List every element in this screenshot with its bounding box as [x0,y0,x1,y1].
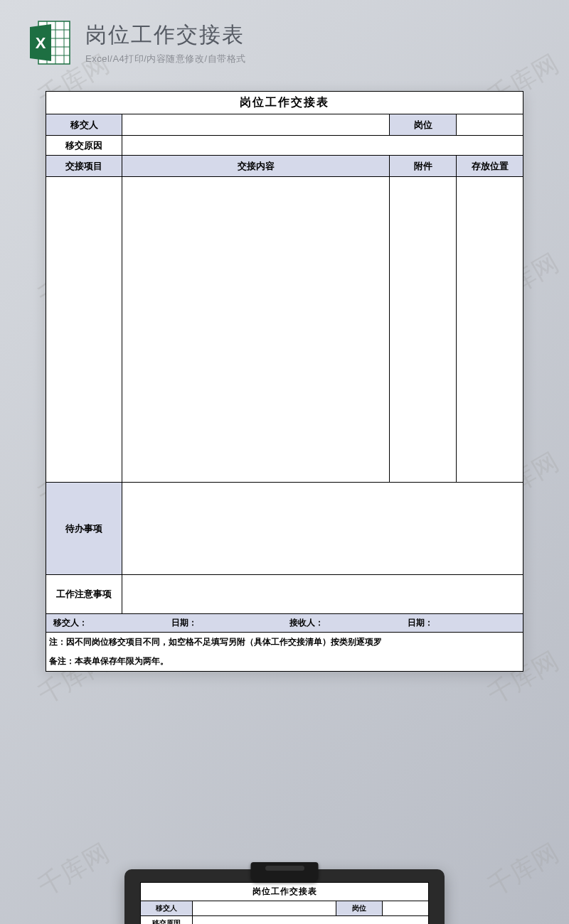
transferrer-label: 移交人 [46,114,122,136]
page-title: 岗位工作交接表 [85,21,246,50]
worknotes-value[interactable] [122,575,523,614]
sig-date2: 日期： [405,617,523,629]
document-preview: 岗位工作交接表 移交人 岗位 移交原因 交接项目 交接内容 附件 存放位置 待办… [46,91,523,672]
sig-transferrer: 移交人： [50,617,169,629]
transferrer-value[interactable] [122,114,390,136]
excel-icon: X [28,20,71,65]
mini-transferrer-value [192,901,336,916]
clipboard-clip-icon [251,862,319,882]
form-note1: 注：因不同岗位移交项目不同，如空格不足填写另附（具体工作交接清单）按类别逐项罗 [46,633,523,652]
worknotes-label: 工作注意事项 [46,575,122,614]
signature-row: 移交人： 日期： 接收人： 日期： [46,614,523,633]
form-title: 岗位工作交接表 [46,92,523,114]
mini-reason-label: 移交原因 [141,916,193,925]
handover-form-table: 岗位工作交接表 移交人 岗位 移交原因 交接项目 交接内容 附件 存放位置 待办… [46,91,523,672]
pending-value[interactable] [122,483,523,575]
attachment-header: 附件 [390,156,457,177]
position-label: 岗位 [390,114,457,136]
reason-label: 移交原因 [46,136,122,156]
mini-form-table: 岗位工作交接表 移交人 岗位 移交原因 [140,882,429,924]
svg-text:X: X [36,34,46,52]
sig-receiver: 接收人： [287,617,405,629]
page-subtitle: Excel/A4打印/内容随意修改/自带格式 [85,53,246,65]
sig-date1: 日期： [169,617,287,629]
item-header: 交接项目 [46,156,122,177]
mini-position-label: 岗位 [336,901,383,916]
mini-position-value [383,901,429,916]
location-header: 存放位置 [457,156,523,177]
reason-value[interactable] [122,136,523,156]
mini-title: 岗位工作交接表 [141,883,429,901]
page-header: X 岗位工作交接表 Excel/A4打印/内容随意修改/自带格式 [0,0,569,75]
watermark: 千库网 [32,836,116,904]
content-header: 交接内容 [122,156,390,177]
pending-label: 待办事项 [46,483,122,575]
content-cell[interactable] [122,177,390,483]
mini-transferrer-label: 移交人 [141,901,193,916]
clipboard-preview: 岗位工作交接表 移交人 岗位 移交原因 [124,869,445,924]
watermark: 千库网 [482,836,565,904]
position-value[interactable] [457,114,523,136]
form-note2: 备注：本表单保存年限为两年。 [46,652,523,672]
mini-reason-value [192,916,428,925]
attachment-cell[interactable] [390,177,457,483]
location-cell[interactable] [457,177,523,483]
item-cell[interactable] [46,177,122,483]
